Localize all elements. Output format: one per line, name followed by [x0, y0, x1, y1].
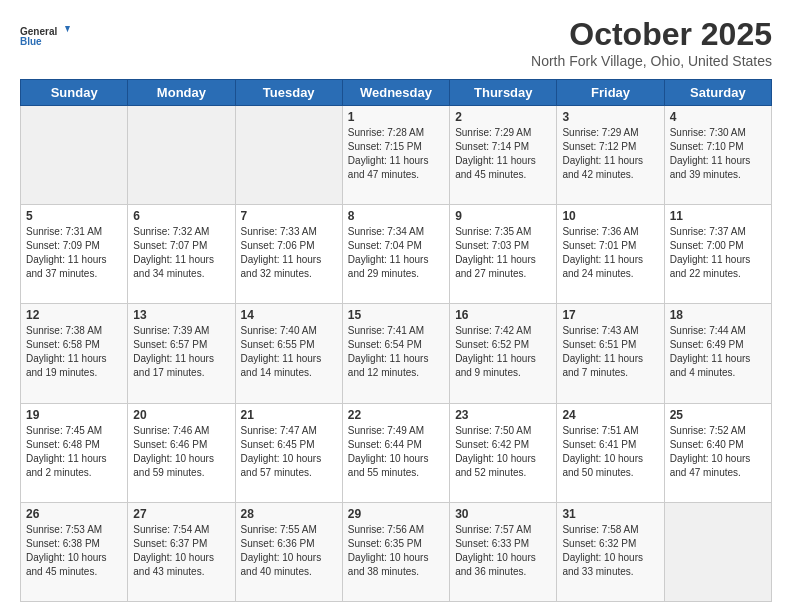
logo: General Blue — [20, 16, 70, 56]
day-info: Sunrise: 7:35 AM Sunset: 7:03 PM Dayligh… — [455, 225, 551, 281]
day-number: 28 — [241, 507, 337, 521]
calendar-cell-5-1: 26Sunrise: 7:53 AM Sunset: 6:38 PM Dayli… — [21, 502, 128, 601]
day-number: 9 — [455, 209, 551, 223]
day-info: Sunrise: 7:43 AM Sunset: 6:51 PM Dayligh… — [562, 324, 658, 380]
day-number: 17 — [562, 308, 658, 322]
day-info: Sunrise: 7:38 AM Sunset: 6:58 PM Dayligh… — [26, 324, 122, 380]
calendar: Sunday Monday Tuesday Wednesday Thursday… — [20, 79, 772, 602]
day-number: 29 — [348, 507, 444, 521]
day-number: 6 — [133, 209, 229, 223]
day-info: Sunrise: 7:33 AM Sunset: 7:06 PM Dayligh… — [241, 225, 337, 281]
svg-text:Blue: Blue — [20, 36, 42, 47]
day-number: 31 — [562, 507, 658, 521]
svg-marker-2 — [65, 26, 70, 32]
calendar-week-1: 1Sunrise: 7:28 AM Sunset: 7:15 PM Daylig… — [21, 106, 772, 205]
calendar-cell-4-5: 23Sunrise: 7:50 AM Sunset: 6:42 PM Dayli… — [450, 403, 557, 502]
day-number: 19 — [26, 408, 122, 422]
col-monday: Monday — [128, 80, 235, 106]
day-info: Sunrise: 7:29 AM Sunset: 7:12 PM Dayligh… — [562, 126, 658, 182]
calendar-week-4: 19Sunrise: 7:45 AM Sunset: 6:48 PM Dayli… — [21, 403, 772, 502]
page: General Blue October 2025 North Fork Vil… — [0, 0, 792, 612]
calendar-cell-1-3 — [235, 106, 342, 205]
day-info: Sunrise: 7:51 AM Sunset: 6:41 PM Dayligh… — [562, 424, 658, 480]
calendar-week-3: 12Sunrise: 7:38 AM Sunset: 6:58 PM Dayli… — [21, 304, 772, 403]
col-friday: Friday — [557, 80, 664, 106]
day-number: 7 — [241, 209, 337, 223]
calendar-cell-4-6: 24Sunrise: 7:51 AM Sunset: 6:41 PM Dayli… — [557, 403, 664, 502]
day-info: Sunrise: 7:54 AM Sunset: 6:37 PM Dayligh… — [133, 523, 229, 579]
day-info: Sunrise: 7:44 AM Sunset: 6:49 PM Dayligh… — [670, 324, 766, 380]
calendar-cell-3-4: 15Sunrise: 7:41 AM Sunset: 6:54 PM Dayli… — [342, 304, 449, 403]
day-info: Sunrise: 7:57 AM Sunset: 6:33 PM Dayligh… — [455, 523, 551, 579]
day-info: Sunrise: 7:36 AM Sunset: 7:01 PM Dayligh… — [562, 225, 658, 281]
calendar-cell-2-2: 6Sunrise: 7:32 AM Sunset: 7:07 PM Daylig… — [128, 205, 235, 304]
calendar-cell-3-5: 16Sunrise: 7:42 AM Sunset: 6:52 PM Dayli… — [450, 304, 557, 403]
calendar-cell-2-6: 10Sunrise: 7:36 AM Sunset: 7:01 PM Dayli… — [557, 205, 664, 304]
day-info: Sunrise: 7:31 AM Sunset: 7:09 PM Dayligh… — [26, 225, 122, 281]
day-info: Sunrise: 7:50 AM Sunset: 6:42 PM Dayligh… — [455, 424, 551, 480]
day-info: Sunrise: 7:45 AM Sunset: 6:48 PM Dayligh… — [26, 424, 122, 480]
calendar-cell-5-5: 30Sunrise: 7:57 AM Sunset: 6:33 PM Dayli… — [450, 502, 557, 601]
calendar-cell-2-4: 8Sunrise: 7:34 AM Sunset: 7:04 PM Daylig… — [342, 205, 449, 304]
day-info: Sunrise: 7:58 AM Sunset: 6:32 PM Dayligh… — [562, 523, 658, 579]
day-info: Sunrise: 7:37 AM Sunset: 7:00 PM Dayligh… — [670, 225, 766, 281]
header: General Blue October 2025 North Fork Vil… — [20, 16, 772, 69]
calendar-cell-2-7: 11Sunrise: 7:37 AM Sunset: 7:00 PM Dayli… — [664, 205, 771, 304]
day-number: 20 — [133, 408, 229, 422]
day-info: Sunrise: 7:55 AM Sunset: 6:36 PM Dayligh… — [241, 523, 337, 579]
day-info: Sunrise: 7:28 AM Sunset: 7:15 PM Dayligh… — [348, 126, 444, 182]
calendar-week-5: 26Sunrise: 7:53 AM Sunset: 6:38 PM Dayli… — [21, 502, 772, 601]
title-block: October 2025 North Fork Village, Ohio, U… — [531, 16, 772, 69]
calendar-cell-3-7: 18Sunrise: 7:44 AM Sunset: 6:49 PM Dayli… — [664, 304, 771, 403]
col-sunday: Sunday — [21, 80, 128, 106]
calendar-cell-3-3: 14Sunrise: 7:40 AM Sunset: 6:55 PM Dayli… — [235, 304, 342, 403]
day-number: 24 — [562, 408, 658, 422]
calendar-cell-3-6: 17Sunrise: 7:43 AM Sunset: 6:51 PM Dayli… — [557, 304, 664, 403]
day-number: 23 — [455, 408, 551, 422]
day-info: Sunrise: 7:30 AM Sunset: 7:10 PM Dayligh… — [670, 126, 766, 182]
day-info: Sunrise: 7:32 AM Sunset: 7:07 PM Dayligh… — [133, 225, 229, 281]
day-number: 26 — [26, 507, 122, 521]
day-info: Sunrise: 7:41 AM Sunset: 6:54 PM Dayligh… — [348, 324, 444, 380]
day-number: 11 — [670, 209, 766, 223]
svg-text:General: General — [20, 26, 57, 37]
day-info: Sunrise: 7:47 AM Sunset: 6:45 PM Dayligh… — [241, 424, 337, 480]
calendar-cell-2-1: 5Sunrise: 7:31 AM Sunset: 7:09 PM Daylig… — [21, 205, 128, 304]
calendar-cell-5-7 — [664, 502, 771, 601]
calendar-cell-4-4: 22Sunrise: 7:49 AM Sunset: 6:44 PM Dayli… — [342, 403, 449, 502]
col-tuesday: Tuesday — [235, 80, 342, 106]
calendar-cell-4-7: 25Sunrise: 7:52 AM Sunset: 6:40 PM Dayli… — [664, 403, 771, 502]
day-number: 1 — [348, 110, 444, 124]
day-number: 15 — [348, 308, 444, 322]
logo-icon: General Blue — [20, 16, 70, 56]
col-thursday: Thursday — [450, 80, 557, 106]
day-number: 3 — [562, 110, 658, 124]
calendar-cell-1-4: 1Sunrise: 7:28 AM Sunset: 7:15 PM Daylig… — [342, 106, 449, 205]
day-info: Sunrise: 7:46 AM Sunset: 6:46 PM Dayligh… — [133, 424, 229, 480]
day-number: 30 — [455, 507, 551, 521]
calendar-cell-4-1: 19Sunrise: 7:45 AM Sunset: 6:48 PM Dayli… — [21, 403, 128, 502]
day-info: Sunrise: 7:42 AM Sunset: 6:52 PM Dayligh… — [455, 324, 551, 380]
col-saturday: Saturday — [664, 80, 771, 106]
calendar-cell-3-1: 12Sunrise: 7:38 AM Sunset: 6:58 PM Dayli… — [21, 304, 128, 403]
day-number: 13 — [133, 308, 229, 322]
day-info: Sunrise: 7:40 AM Sunset: 6:55 PM Dayligh… — [241, 324, 337, 380]
calendar-cell-2-5: 9Sunrise: 7:35 AM Sunset: 7:03 PM Daylig… — [450, 205, 557, 304]
day-info: Sunrise: 7:49 AM Sunset: 6:44 PM Dayligh… — [348, 424, 444, 480]
day-info: Sunrise: 7:39 AM Sunset: 6:57 PM Dayligh… — [133, 324, 229, 380]
day-info: Sunrise: 7:53 AM Sunset: 6:38 PM Dayligh… — [26, 523, 122, 579]
calendar-cell-4-3: 21Sunrise: 7:47 AM Sunset: 6:45 PM Dayli… — [235, 403, 342, 502]
location: North Fork Village, Ohio, United States — [531, 53, 772, 69]
calendar-cell-1-1 — [21, 106, 128, 205]
calendar-cell-4-2: 20Sunrise: 7:46 AM Sunset: 6:46 PM Dayli… — [128, 403, 235, 502]
col-wednesday: Wednesday — [342, 80, 449, 106]
calendar-week-2: 5Sunrise: 7:31 AM Sunset: 7:09 PM Daylig… — [21, 205, 772, 304]
day-number: 14 — [241, 308, 337, 322]
month-title: October 2025 — [531, 16, 772, 53]
calendar-cell-5-4: 29Sunrise: 7:56 AM Sunset: 6:35 PM Dayli… — [342, 502, 449, 601]
day-number: 18 — [670, 308, 766, 322]
calendar-header-row: Sunday Monday Tuesday Wednesday Thursday… — [21, 80, 772, 106]
day-number: 4 — [670, 110, 766, 124]
day-number: 27 — [133, 507, 229, 521]
calendar-body: 1Sunrise: 7:28 AM Sunset: 7:15 PM Daylig… — [21, 106, 772, 602]
